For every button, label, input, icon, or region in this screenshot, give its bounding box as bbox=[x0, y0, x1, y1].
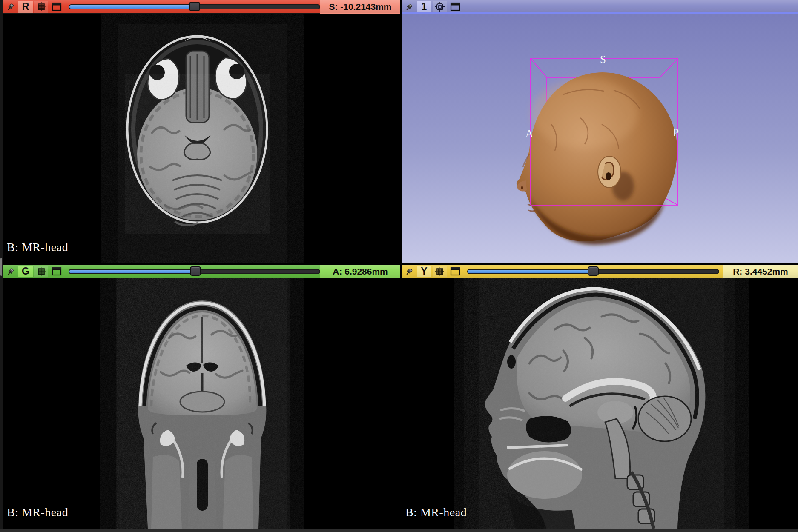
view-number-badge[interactable]: 1 bbox=[417, 1, 431, 13]
slider-fill bbox=[468, 270, 593, 273]
yellow-view-controller-bar: Y R: 3.4452mm bbox=[402, 265, 798, 278]
background-volume-label: B: MR-head bbox=[7, 506, 68, 519]
pin-icon[interactable] bbox=[5, 266, 17, 277]
green-slice-offset-slider[interactable] bbox=[69, 269, 320, 274]
window-bottom-edge bbox=[0, 529, 798, 532]
green-slice-offset-readout: A: 6.9286mm bbox=[320, 265, 400, 278]
pin-icon[interactable] bbox=[5, 1, 17, 12]
coronal-mri-image bbox=[3, 278, 400, 529]
background-volume-label: B: MR-head bbox=[7, 240, 68, 254]
red-slice-view-pane: R S: -10.2143mm bbox=[3, 0, 400, 263]
yellow-slice-view-pane: Y R: 3.4452mm bbox=[402, 265, 798, 529]
slice-link-grid-icon[interactable] bbox=[34, 266, 48, 277]
orientation-label-posterior: P bbox=[673, 127, 679, 139]
view-letter-badge[interactable]: G bbox=[18, 266, 33, 277]
sagittal-slice-viewport[interactable]: B: MR-head bbox=[402, 278, 798, 529]
orientation-label-superior: S bbox=[600, 54, 606, 66]
splitter-grip[interactable] bbox=[0, 258, 2, 276]
window-menu-icon[interactable] bbox=[50, 1, 63, 13]
axial-slice-viewport[interactable]: B: MR-head bbox=[3, 14, 400, 263]
threed-view-pane: 1 bbox=[402, 0, 798, 263]
slider-fill bbox=[69, 270, 195, 273]
view-letter-badge[interactable]: Y bbox=[417, 266, 431, 277]
volume-rendering-head bbox=[402, 14, 798, 263]
slice-link-grid-icon[interactable] bbox=[34, 1, 48, 13]
red-slice-offset-readout: S: -10.2143mm bbox=[320, 0, 400, 14]
axial-mri-image bbox=[3, 14, 400, 263]
threed-view-controller-bar: 1 bbox=[402, 0, 798, 14]
window-menu-icon[interactable] bbox=[448, 1, 462, 13]
slice-link-grid-icon[interactable] bbox=[433, 266, 447, 277]
center-view-target-icon[interactable] bbox=[433, 1, 447, 13]
left-panel-splitter[interactable] bbox=[0, 0, 3, 532]
pin-icon[interactable] bbox=[403, 266, 415, 277]
green-view-controller-bar: G A: 6.9286mm bbox=[3, 265, 400, 278]
threed-viewport[interactable]: S A P bbox=[402, 14, 798, 263]
yellow-slice-offset-readout: R: 3.4452mm bbox=[723, 265, 798, 278]
slider-fill bbox=[69, 5, 195, 9]
slider-handle[interactable] bbox=[189, 2, 200, 11]
orientation-label-anterior: A bbox=[525, 128, 533, 140]
red-view-controller-bar: R S: -10.2143mm bbox=[3, 0, 400, 14]
background-volume-label: B: MR-head bbox=[405, 506, 467, 519]
pin-icon[interactable] bbox=[403, 1, 415, 12]
coronal-slice-viewport[interactable]: B: MR-head bbox=[3, 278, 400, 529]
red-slice-offset-slider[interactable] bbox=[69, 4, 320, 9]
sagittal-mri-image bbox=[402, 278, 798, 529]
green-slice-view-pane: G A: 6.9286mm bbox=[3, 265, 400, 529]
window-menu-icon[interactable] bbox=[50, 266, 63, 277]
slicer-fourup-window: R S: -10.2143mm bbox=[0, 0, 798, 532]
yellow-slice-offset-slider[interactable] bbox=[467, 269, 719, 274]
slider-handle[interactable] bbox=[588, 266, 599, 276]
view-letter-badge[interactable]: R bbox=[18, 1, 33, 13]
slider-handle[interactable] bbox=[190, 266, 201, 276]
window-menu-icon[interactable] bbox=[448, 266, 462, 277]
